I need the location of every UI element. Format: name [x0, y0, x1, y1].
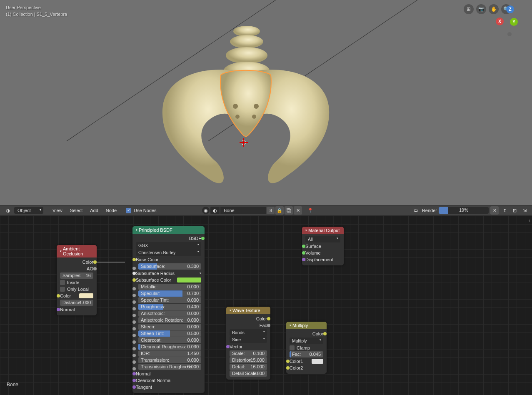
- wave-detail[interactable]: Detail:16.000: [230, 364, 267, 370]
- menu-select[interactable]: Select: [67, 207, 86, 214]
- multiply-color1[interactable]: Color1: [288, 358, 325, 365]
- bsdf-sheen-tint-[interactable]: Sheen Tint:0.500: [134, 330, 203, 337]
- material-name-field[interactable]: Bone: [220, 207, 266, 214]
- axis-neg-icon[interactable]: [507, 32, 512, 36]
- svg-point-1: [230, 35, 263, 48]
- bsdf-anisotropic-rotation-[interactable]: Anisotropic Rotation:0.000: [134, 317, 203, 323]
- bsdf-transmission-[interactable]: Transmission:0.000: [134, 357, 203, 363]
- hand-icon[interactable]: ✋: [489, 4, 499, 14]
- bsdf-specular-[interactable]: Specular:0.700: [134, 290, 203, 297]
- ao-samples[interactable]: Samples:16: [60, 272, 93, 279]
- menu-node[interactable]: Node: [102, 207, 120, 214]
- slot-icon[interactable]: 🗂: [412, 206, 420, 215]
- render-progress: 19%: [439, 207, 489, 214]
- bsdf-clearcoat-[interactable]: Clearcoat:0.000: [134, 337, 203, 343]
- cursor-3d-icon: [240, 138, 248, 147]
- multiply-fac[interactable]: Fac:0.045: [290, 351, 323, 358]
- output-target[interactable]: All: [305, 236, 340, 242]
- bsdf-clearcoat-roughness-[interactable]: Clearcoat Roughness:0.030: [134, 344, 203, 350]
- ao-color-input[interactable]: Color: [58, 292, 95, 299]
- menu-view[interactable]: View: [49, 207, 66, 214]
- bsdf-specular-tint-[interactable]: Specular Tint:0.000: [134, 297, 203, 303]
- node-title[interactable]: Principled BSDF: [132, 226, 205, 234]
- svg-point-6: [235, 115, 240, 119]
- shader-type-icon[interactable]: ◉▾: [202, 207, 210, 214]
- axis-x-icon[interactable]: X: [496, 18, 504, 25]
- svg-point-2: [226, 47, 267, 64]
- expand-panel-icon[interactable]: ‹: [529, 218, 530, 223]
- axis-z-icon[interactable]: Z: [506, 5, 514, 13]
- pin-material-icon[interactable]: 📍: [306, 206, 315, 215]
- node-title[interactable]: Wave Texture: [226, 307, 270, 314]
- overlap-icon[interactable]: ⇲: [520, 206, 529, 215]
- wave-profile[interactable]: Sine: [230, 336, 267, 343]
- ao-only-local[interactable]: Only Local: [60, 286, 93, 292]
- ao-inside[interactable]: Inside: [60, 279, 93, 285]
- multiply-clamp[interactable]: Clamp: [290, 345, 323, 351]
- node-title[interactable]: Material Output: [302, 227, 344, 234]
- bsdf-transmission-roughness-[interactable]: Transmission Roughness:0.000: [134, 364, 203, 370]
- arrow-up-icon[interactable]: ↥: [500, 206, 509, 215]
- node-material-output[interactable]: Material Output All Surface Volume Displ…: [302, 227, 344, 265]
- svg-point-4: [233, 104, 238, 109]
- wave-scale[interactable]: Scale:0.100: [230, 350, 267, 357]
- material-users[interactable]: 8: [267, 207, 275, 214]
- material-browse-icon[interactable]: ◐: [210, 207, 220, 214]
- bsdf-ior-[interactable]: IOR:1.450: [134, 350, 203, 357]
- use-nodes-label: Use Nodes: [134, 208, 156, 213]
- axis-y-icon[interactable]: Y: [510, 18, 518, 26]
- bsdf-subsurface-color[interactable]: Subsurface Color: [134, 277, 203, 283]
- progress-value: 19%: [439, 208, 489, 212]
- bsdf-anisotropic-[interactable]: Anisotropic:0.000: [134, 310, 203, 317]
- node-title[interactable]: Multiply: [286, 322, 327, 329]
- svg-point-7: [252, 115, 256, 119]
- node-ambient-occlusion[interactable]: Ambient Occlusion Color AO Samples:16 In…: [57, 245, 97, 315]
- collection-label: (1) Collection | S1_5_Vertebra: [6, 11, 67, 18]
- navigation-gizmo[interactable]: Z X Y: [501, 7, 526, 32]
- viewport-overlay-text: User Perspective (1) Collection | S1_5_V…: [6, 4, 67, 18]
- svg-point-5: [254, 104, 259, 109]
- multiply-blend[interactable]: Multiply: [290, 338, 323, 344]
- bsdf-metallic-[interactable]: Metallic:0.000: [134, 284, 203, 290]
- node-wave-texture[interactable]: Wave Texture Color Fac Bands Sine Vector…: [226, 307, 270, 380]
- bsdf-sheen-[interactable]: Sheen:0.000: [134, 324, 203, 330]
- bsdf-subsurface-[interactable]: Subsurface:0.300: [134, 263, 203, 270]
- wave-distortion[interactable]: Distortion:15.000: [230, 357, 267, 363]
- mode-dropdown[interactable]: Object: [14, 207, 43, 214]
- camera-icon[interactable]: 📷: [476, 4, 486, 14]
- bsdf-distribution[interactable]: GGX: [136, 242, 201, 249]
- rendered-mesh: [142, 23, 350, 190]
- perspective-label: User Perspective: [6, 4, 67, 11]
- wave-detail-scale[interactable]: Detail Scale:9.800: [230, 370, 267, 377]
- wave-type[interactable]: Bands: [230, 329, 267, 336]
- copy-icon[interactable]: ⿻: [285, 206, 293, 215]
- node-title[interactable]: Ambient Occlusion: [57, 245, 97, 258]
- viewport-3d[interactable]: User Perspective (1) Collection | S1_5_V…: [0, 0, 532, 205]
- pin-icon[interactable]: 🔒: [275, 206, 284, 215]
- menu-add[interactable]: Add: [87, 207, 102, 214]
- cancel-render-icon[interactable]: ✕: [490, 206, 499, 215]
- editor-type-icon[interactable]: ◑: [2, 207, 13, 215]
- tree-path-label: Bone: [7, 382, 18, 388]
- bsdf-roughness-[interactable]: Roughness:0.400: [134, 304, 203, 310]
- node-editor[interactable]: ‹ Ambient Occlusion Color AO Samples:16 …: [0, 216, 532, 395]
- bsdf-sss-method[interactable]: Christensen-Burley: [136, 249, 201, 256]
- snap-icon[interactable]: ⊡: [510, 206, 519, 215]
- unlink-icon[interactable]: ✕: [294, 206, 302, 215]
- node-multiply[interactable]: Multiply Color Multiply Clamp Fac:0.045 …: [286, 322, 327, 374]
- ao-distance[interactable]: Distance:1.000: [60, 300, 93, 306]
- use-nodes-checkbox[interactable]: [126, 208, 131, 213]
- node-editor-header: ◑ Object View Select Add Node Use Nodes …: [0, 205, 532, 216]
- grid-icon[interactable]: ⊞: [464, 4, 474, 14]
- render-label: Render: [422, 208, 437, 213]
- bsdf-subsurface-radius[interactable]: Subsurface Radius▾: [134, 270, 203, 277]
- node-principled-bsdf[interactable]: Principled BSDF BSDF GGX Christensen-Bur…: [132, 226, 205, 393]
